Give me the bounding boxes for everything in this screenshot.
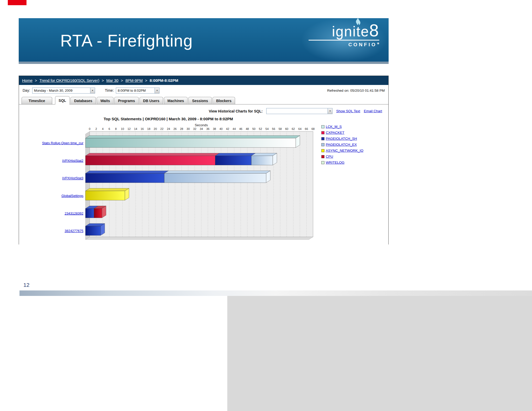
top-sql-chart: Seconds024681012141618202224262830323436…	[21, 122, 319, 244]
bar-segment-PAGEIOLATCH_SH[interactable]	[215, 156, 251, 165]
breadcrumb-separator: >	[102, 78, 104, 83]
breadcrumb-current: 8:00PM-8:02PM	[150, 78, 178, 83]
show-sql-text-link[interactable]: Show SQL Text	[336, 109, 360, 113]
axis-tick-label: 48	[246, 127, 249, 130]
filter-controls: Day: Monday - March 30, 2009 ▼ Time: 8:0…	[19, 85, 388, 96]
bar-segment-PAGEIOLATCH_EX[interactable]	[164, 173, 266, 183]
sql-statement-link[interactable]: iVPXHistStat3	[62, 176, 83, 180]
tab-blockers[interactable]: Blockers	[212, 97, 235, 104]
legend-link[interactable]: WRITELOG	[326, 161, 344, 164]
bar-segment-ASYNC_NETWORK_IO[interactable]	[85, 191, 125, 200]
sql-statement-link[interactable]: GlobalSettings	[61, 194, 83, 198]
axis-tick-label: 62	[292, 127, 295, 130]
axis-tick-label: 4	[102, 127, 104, 130]
legend-link[interactable]: CPU	[326, 155, 333, 158]
bar-top-face	[85, 188, 129, 191]
red-accent-bar	[8, 0, 26, 5]
breadcrumb-home[interactable]: Home	[22, 78, 32, 83]
logo-company: CONFIO✳	[309, 42, 379, 48]
bar-segment-PAGEIOLATCH_SH[interactable]	[85, 226, 101, 235]
legend-link[interactable]: PAGEIOLATCH_SH	[326, 137, 357, 141]
bar-segment-PAGEIOLATCH_EX[interactable]	[251, 156, 273, 165]
axis-tick-label: 44	[232, 127, 236, 130]
tab-sessions[interactable]: Sessions	[188, 97, 211, 104]
chart-title: Top SQL Statements | OKPRD160 | March 30…	[19, 117, 318, 121]
breadcrumb-hour[interactable]: 8PM-9PM	[125, 78, 143, 83]
tab-machines[interactable]: Machines	[164, 97, 188, 104]
axis-tick-label: 66	[305, 127, 308, 130]
breadcrumb-trend[interactable]: Trend for OKPRD160(SQL Server)	[39, 78, 99, 83]
axis-tick-label: 56	[272, 127, 275, 130]
legend-item: CXPACKET	[321, 131, 363, 135]
chart-legend: LCK_M_SCXPACKETPAGEIOLATCH_SHPAGEIOLATCH…	[321, 125, 363, 244]
sql-tab-panel: View Historical Charts for SQL: ▼ Show S…	[19, 104, 388, 245]
sql-statement-link[interactable]: 3824277675	[65, 229, 83, 233]
chevron-down-icon[interactable]: ▼	[328, 108, 332, 114]
tab-sql[interactable]: SQL	[55, 96, 70, 104]
axis-tick-label: 52	[259, 127, 262, 130]
legend-swatch	[321, 149, 324, 152]
tab-bar: Timeslice SQL Databases Waits Programs D…	[19, 96, 388, 104]
chevron-down-icon[interactable]: ▼	[155, 88, 159, 93]
axis-tick-label: 6	[109, 127, 110, 130]
flame-icon	[355, 18, 361, 26]
legend-link[interactable]: LCK_M_S	[326, 125, 342, 129]
legend-item: CPU	[321, 155, 363, 158]
slide-canvas: RTA - Firefighting ignite8 CONFIO✳ Home …	[0, 0, 532, 411]
breadcrumb-day[interactable]: Mar 30	[106, 78, 118, 83]
legend-item: ASYNC_NETWORK_IO	[321, 149, 363, 153]
legend-link[interactable]: PAGEIOLATCH_EX	[326, 143, 357, 147]
breadcrumb-separator: >	[121, 78, 123, 83]
bar-segment-PAGEIOLATCH_SH[interactable]	[85, 209, 94, 218]
axis-tick-label: 42	[226, 127, 229, 130]
chart-toolbar: View Historical Charts for SQL: ▼ Show S…	[19, 104, 388, 114]
slide-title: RTA - Firefighting	[60, 31, 193, 50]
tab-timeslice[interactable]: Timeslice	[22, 97, 52, 104]
bar-segment-PAGEIOLATCH_SH[interactable]	[85, 173, 164, 183]
historical-charts-label: View Historical Charts for SQL:	[209, 109, 263, 113]
tab-databases[interactable]: Databases	[70, 97, 96, 104]
sql-statement-link[interactable]: iVPXHistStat2	[62, 159, 83, 163]
legend-swatch	[321, 125, 324, 128]
axis-tick-label: 10	[121, 127, 124, 130]
refreshed-timestamp: Refreshed on: 05/20/10 01:41:58 PM	[327, 89, 385, 92]
legend-swatch	[321, 143, 324, 146]
logo-eight: 8	[369, 21, 379, 40]
axis-tick-label: 38	[213, 127, 216, 130]
sql-statement-link[interactable]: Stats Rollup Open time_cur	[42, 141, 84, 145]
axis-tick-label: 58	[278, 127, 282, 130]
tab-programs[interactable]: Programs	[114, 97, 138, 104]
tab-db-users[interactable]: DB Users	[139, 97, 163, 104]
bar-top-face	[85, 136, 300, 138]
chart-area: Seconds024681012141618202224262830323436…	[19, 122, 388, 244]
bar-segment-CXPACKET[interactable]	[85, 156, 215, 165]
legend-link[interactable]: ASYNC_NETWORK_IO	[326, 149, 363, 153]
footer-gradient-bar	[19, 290, 532, 296]
time-select[interactable]: 8:00PM to 8:02PM ▼	[116, 88, 159, 94]
axis-tick-label: 60	[285, 127, 288, 130]
axis-title: Seconds	[195, 123, 208, 127]
tab-waits[interactable]: Waits	[97, 97, 114, 104]
axis-tick-label: 50	[252, 127, 255, 130]
legend-swatch	[321, 161, 324, 164]
email-chart-link[interactable]: Email Chart	[364, 109, 382, 113]
axis-tick-label: 46	[239, 127, 242, 130]
bar-segment-LCK_M_S[interactable]	[85, 138, 296, 148]
axis-tick-label: 40	[220, 127, 223, 130]
bar-segment-CPU[interactable]	[94, 209, 102, 218]
chevron-down-icon[interactable]: ▼	[90, 88, 95, 93]
legend-link[interactable]: CXPACKET	[326, 131, 344, 135]
axis-tick-label: 64	[298, 127, 301, 130]
bottom-gray-region	[227, 296, 532, 411]
axis-tick-label: 22	[160, 127, 163, 130]
axis-tick-label: 14	[134, 127, 137, 130]
legend-item: PAGEIOLATCH_EX	[321, 143, 363, 147]
day-label: Day:	[23, 88, 30, 92]
sql-statement-link[interactable]: 2343128392	[65, 211, 83, 215]
axis-tick-label: 32	[193, 127, 196, 130]
historical-sql-select[interactable]: ▼	[266, 108, 332, 114]
day-select[interactable]: Monday - March 30, 2009 ▼	[32, 88, 95, 94]
legend-swatch	[321, 131, 324, 134]
breadcrumb-separator: >	[35, 78, 37, 83]
plot-left-wall	[85, 131, 90, 240]
